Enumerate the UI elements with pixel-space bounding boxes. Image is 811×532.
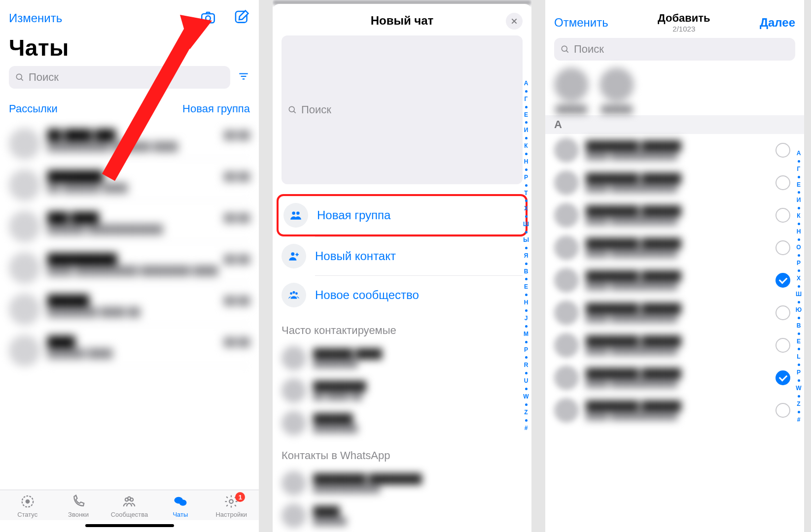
checkbox-checked-icon[interactable] <box>776 370 790 385</box>
camera-icon[interactable] <box>200 9 216 28</box>
svg-line-30 <box>566 51 568 53</box>
contact-pick-row[interactable]: ████████ ██████████ ████████████ <box>545 394 804 427</box>
checkbox-empty-icon[interactable] <box>776 305 790 320</box>
checkbox-empty-icon[interactable] <box>776 175 790 190</box>
index-letter[interactable]: B <box>797 320 801 332</box>
index-letter[interactable]: Н <box>797 226 801 237</box>
index-letter[interactable]: Г <box>797 164 801 175</box>
chat-item[interactable]: ████████████:██████ ██████████ ████████ … <box>0 247 259 289</box>
contact-pick-row[interactable]: ████████ ██████████ ████████████ <box>545 362 804 394</box>
contact-pick-row[interactable]: ████████ ██████████ ████████████ <box>545 199 804 232</box>
index-letter[interactable]: Р <box>797 258 801 269</box>
index-letter[interactable]: И <box>524 125 529 136</box>
index-letter[interactable]: Z <box>797 399 800 410</box>
index-letter[interactable]: L <box>797 351 800 363</box>
index-letter[interactable]: Т <box>524 188 528 199</box>
index-letter[interactable]: Ш <box>796 289 802 300</box>
chat-item[interactable]: ███ ██████:████████ ████████████ <box>0 206 259 247</box>
avatar <box>554 268 579 293</box>
chat-item[interactable]: ██████:████████ ████ <box>0 330 259 371</box>
index-letter[interactable]: Ю <box>796 304 802 316</box>
chat-item[interactable]: ██ ████ █████:████████████ ██████ ████ <box>0 123 259 165</box>
index-letter[interactable]: # <box>797 414 801 426</box>
contact-pick-row[interactable]: ████████ ██████████ ████████████ <box>545 264 804 297</box>
index-dot <box>798 379 800 382</box>
index-letter[interactable]: W <box>523 391 529 402</box>
action-new-community[interactable]: Новое сообщество <box>282 276 523 314</box>
index-letter[interactable]: P <box>524 344 528 356</box>
index-letter[interactable]: H <box>524 297 529 308</box>
alphabet-index[interactable]: АГЕИКНОРХШЮBELPWZ# <box>794 148 803 527</box>
index-letter[interactable]: Ы <box>523 234 529 246</box>
checkbox-checked-icon[interactable] <box>776 273 790 288</box>
contact-pick-row[interactable]: ████████ ██████████ ████████████ <box>545 232 804 264</box>
tab-status[interactable]: Статус <box>4 494 51 518</box>
contact-pick-row[interactable]: ████████ ██████████ ████████████ <box>545 166 804 199</box>
checkbox-empty-icon[interactable] <box>776 403 790 418</box>
contact-item[interactable]: ████████ ████████████████████ <box>273 467 531 499</box>
filter-icon[interactable] <box>237 70 250 85</box>
action-new-contact[interactable]: Новый контакт <box>282 237 523 275</box>
broadcasts-link[interactable]: Рассылки <box>9 102 58 115</box>
chat-item[interactable]: ██████████:████ ██████ ████ <box>0 165 259 206</box>
index-letter[interactable]: Н <box>524 156 529 167</box>
checkbox-empty-icon[interactable] <box>776 208 790 223</box>
index-letter[interactable]: E <box>524 281 528 293</box>
index-letter[interactable]: К <box>797 210 800 222</box>
search-input[interactable]: Поиск <box>554 38 795 61</box>
selected-chip[interactable]: ██████ <box>554 67 589 113</box>
checkbox-empty-icon[interactable] <box>776 338 790 353</box>
tab-settings[interactable]: Настройки 1 <box>208 494 255 518</box>
index-letter[interactable]: А <box>524 78 529 89</box>
contact-texts: ████████ ██████████ ████████████ <box>586 270 769 290</box>
contact-pick-row[interactable]: ████████ ██████████ ████████████ <box>545 329 804 362</box>
compose-icon[interactable] <box>233 9 250 28</box>
contact-pick-row[interactable]: ████████ ██████████ ████████████ <box>545 297 804 329</box>
close-button[interactable] <box>506 13 523 30</box>
index-letter[interactable]: Х <box>524 203 528 214</box>
cancel-button[interactable]: Отменить <box>554 16 608 30</box>
tab-communities[interactable]: Сообщества <box>106 494 153 518</box>
tab-chats[interactable]: Чаты <box>157 494 204 518</box>
index-letter[interactable]: R <box>524 360 529 371</box>
index-letter[interactable]: Е <box>797 179 801 191</box>
index-letter[interactable]: И <box>797 195 801 206</box>
action-new-group[interactable]: Новая группа <box>283 196 521 234</box>
index-letter[interactable]: J <box>525 313 528 324</box>
alphabet-index[interactable]: АГЕИКНРТХШЫЯВEHJMPRUWZ# <box>522 78 530 527</box>
checkbox-empty-icon[interactable] <box>776 143 790 158</box>
search-input[interactable]: Поиск <box>282 35 523 184</box>
checkbox-empty-icon[interactable] <box>776 240 790 255</box>
index-letter[interactable]: В <box>524 266 529 277</box>
contact-item[interactable]: ██████████████ <box>273 407 531 439</box>
index-letter[interactable]: Z <box>524 407 528 418</box>
index-letter[interactable]: E <box>797 336 801 347</box>
contact-item[interactable]: ██████████ ████ ██ <box>273 374 531 407</box>
contact-item[interactable]: ██████ ████████████ <box>273 342 531 374</box>
new-group-link[interactable]: Новая группа <box>182 102 250 115</box>
index-letter[interactable]: Я <box>524 250 529 262</box>
contact-item[interactable]: ██████████ <box>273 499 531 532</box>
index-letter[interactable]: Х <box>797 273 801 284</box>
index-letter[interactable]: К <box>524 140 528 152</box>
index-letter[interactable]: О <box>796 242 801 253</box>
edit-button[interactable]: Изменить <box>9 11 62 25</box>
tab-calls[interactable]: Звонки <box>55 494 102 518</box>
index-letter[interactable]: Г <box>525 94 528 105</box>
index-letter[interactable]: U <box>524 375 529 387</box>
index-letter[interactable]: Е <box>524 109 528 121</box>
search-input[interactable]: Поиск <box>9 66 230 89</box>
index-letter[interactable]: M <box>524 329 529 340</box>
chat-item[interactable]: ████████:██████████ ████ ██ <box>0 289 259 330</box>
top-bar: Изменить <box>0 0 259 32</box>
next-button[interactable]: Далее <box>760 16 795 30</box>
index-letter[interactable]: Р <box>524 172 528 183</box>
index-letter[interactable]: # <box>525 423 528 434</box>
selected-chip[interactable]: ██████ <box>599 67 634 113</box>
contact-pick-row[interactable]: ████████ ██████████ ████████████ <box>545 134 804 166</box>
index-letter[interactable]: Ш <box>523 219 529 230</box>
index-letter[interactable]: P <box>797 367 801 378</box>
index-letter[interactable]: А <box>797 148 801 159</box>
svg-point-14 <box>179 499 186 506</box>
index-letter[interactable]: W <box>796 383 801 394</box>
